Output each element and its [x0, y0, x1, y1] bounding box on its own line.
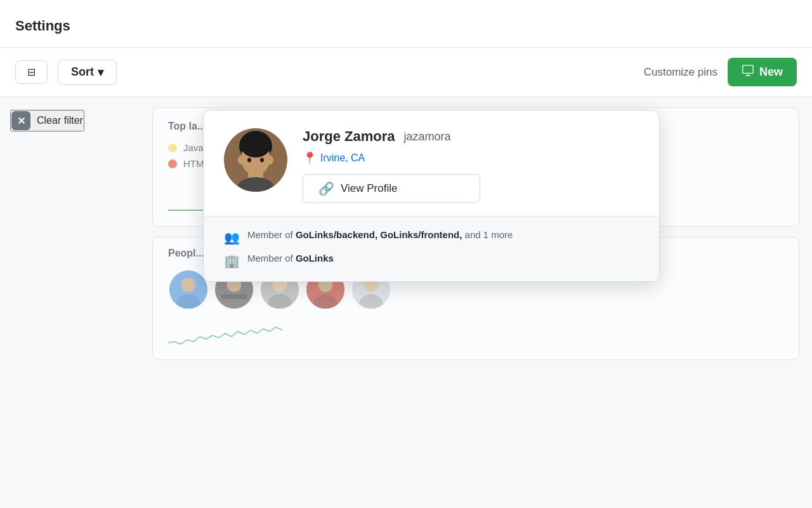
people-sparkline: [168, 318, 783, 349]
filter-icon: ⊟: [27, 66, 36, 78]
popup-info: Jorge Zamora jazamora 📍 Irvine, CA 🔗 Vie…: [303, 128, 639, 203]
popup-name-row: Jorge Zamora jazamora: [303, 128, 639, 145]
svg-point-1: [181, 277, 196, 292]
teams-icon: 👥: [224, 230, 240, 245]
svg-point-24: [247, 158, 251, 163]
avatar-image: [224, 128, 287, 192]
main-content: ✕ Clear filter Top la... Java... HTM...: [0, 97, 812, 507]
filter-button[interactable]: ⊟: [15, 60, 48, 84]
clear-filter-x-icon: ✕: [11, 111, 30, 130]
popup-membership-teams: 👥 Member of GoLinks/backend, GoLinks/fro…: [224, 229, 639, 245]
membership-teams-text: Member of GoLinks/backend, GoLinks/front…: [247, 229, 513, 240]
sort-arrow-icon: ▾: [98, 65, 103, 79]
sort-label: Sort: [71, 65, 94, 79]
sort-button[interactable]: Sort ▾: [58, 60, 117, 85]
view-profile-label: View Profile: [341, 182, 397, 195]
monitor-icon: [742, 64, 754, 80]
html-color-dot: [168, 159, 177, 168]
java-color-dot: [168, 144, 177, 152]
popup-top-section: Jorge Zamora jazamora 📍 Irvine, CA 🔗 Vie…: [204, 110, 659, 216]
view-profile-button[interactable]: 🔗 View Profile: [303, 174, 480, 203]
popup-bottom-section: 👥 Member of GoLinks/backend, GoLinks/fro…: [204, 216, 659, 281]
svg-point-20: [238, 156, 244, 164]
new-label: New: [759, 65, 783, 79]
profile-popup: Jorge Zamora jazamora 📍 Irvine, CA 🔗 Vie…: [203, 110, 660, 282]
popup-membership-org: 🏢 Member of GoLinks: [224, 253, 639, 269]
header: Settings: [0, 0, 812, 48]
popup-avatar: [224, 128, 287, 192]
clear-filter-label: Clear filter: [37, 115, 83, 126]
popup-username: jazamora: [404, 130, 451, 144]
popup-location: 📍 Irvine, CA: [303, 151, 639, 165]
svg-point-25: [260, 158, 264, 163]
page-title: Settings: [15, 18, 797, 34]
cards-area: Top la... Java... HTM... Peopl...: [140, 97, 812, 507]
customize-pins-link[interactable]: Customize pins: [644, 66, 717, 79]
clear-filter-button[interactable]: ✕ Clear filter: [10, 110, 84, 131]
svg-rect-5: [221, 295, 247, 300]
link-icon: 🔗: [318, 181, 334, 196]
toolbar: ⊟ Sort ▾ Customize pins New: [0, 48, 812, 97]
membership-org-text: Member of GoLinks: [247, 253, 334, 264]
new-button[interactable]: New: [728, 58, 797, 86]
avatar-image: [169, 269, 207, 310]
sidebar: ✕ Clear filter: [0, 97, 140, 507]
location-icon: 📍: [303, 151, 317, 165]
svg-point-19: [240, 132, 271, 157]
people-chart-svg: [168, 318, 282, 349]
popup-location-text: Irvine, CA: [320, 152, 365, 164]
org-icon: 🏢: [224, 253, 240, 269]
svg-point-26: [269, 161, 272, 164]
popup-name: Jorge Zamora: [303, 128, 395, 145]
